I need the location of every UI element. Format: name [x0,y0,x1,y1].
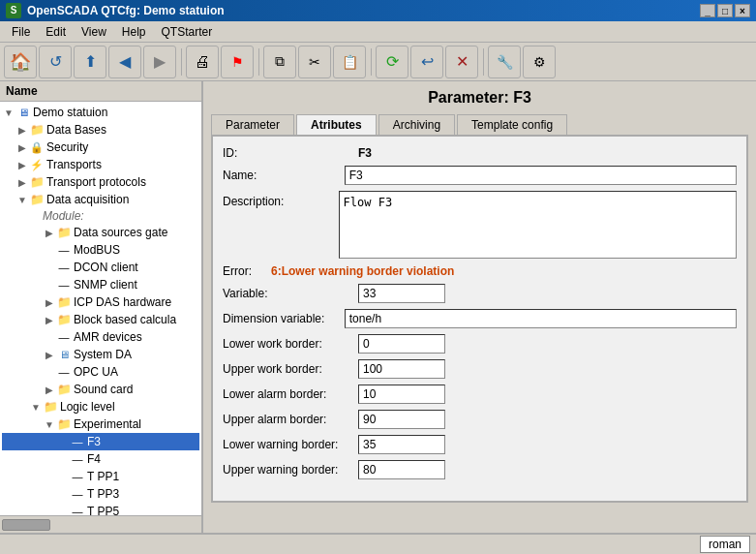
variable-row: Variable: [223,284,737,303]
id-label: ID: [223,146,358,160]
expander-transport-protocols[interactable]: ▶ [15,177,29,188]
upper-warning-label: Upper warning border: [223,463,358,477]
tree-item-f3[interactable]: — F3 [2,433,199,450]
expander-sound-card[interactable]: ▶ [43,385,56,395]
tree-item-data-bases[interactable]: ▶ 📁 Data Bases [2,121,199,138]
refresh-button[interactable]: ⟳ [376,46,408,78]
tree-item-f4[interactable]: — F4 [2,450,199,468]
upper-work-input[interactable] [358,359,445,379]
tree-item-snmp-client[interactable]: — SNMP client [2,276,199,293]
item-icon-opc-ua: — [56,364,72,380]
tree-item-sound-card[interactable]: ▶ 📁 Sound card [2,381,199,398]
error-label: Error: [223,264,271,278]
forward-button[interactable]: ▶ [143,46,176,78]
cut-button[interactable]: ✂ [298,46,331,78]
titlebar: S OpenSCADA QTCfg: Demo statuion _ □ × [0,0,756,21]
upper-warning-input[interactable] [358,460,445,479]
tree-container[interactable]: ▼ 🖥 Demo statuion ▶ 📁 Data Bases ▶ 🔒 Sec… [0,102,201,515]
menu-qtstarter[interactable]: QTStarter [154,23,221,41]
folder-icon-icp-das: 📁 [56,294,72,310]
system-da-icon: 🖥 [56,347,72,362]
expander-logic-level[interactable]: ▼ [29,402,43,413]
lower-alarm-input[interactable] [358,385,445,404]
expander-transports[interactable]: ▶ [15,160,29,170]
lower-warning-label: Lower warning border: [223,438,358,451]
lower-work-input[interactable] [358,334,445,354]
tree-item-t-pp3[interactable]: — T PP3 [2,485,199,503]
tool1-button[interactable]: 🔧 [488,46,521,78]
expander-data-acquisition[interactable]: ▼ [15,195,29,205]
description-textarea[interactable]: Flow F3 [339,191,737,259]
expander-demo-station[interactable]: ▼ [2,108,15,118]
flag-button[interactable]: ⚑ [221,46,254,78]
menu-help[interactable]: Help [114,23,154,41]
home-button[interactable]: 🏠 [4,46,37,78]
tree-item-block-based[interactable]: ▶ 📁 Block based calcula [2,311,199,328]
expander-experimental[interactable]: ▼ [43,419,56,430]
copy-button[interactable]: ⧉ [263,46,296,78]
dimension-label: Dimension variable: [223,312,345,325]
tree-item-icp-das[interactable]: ▶ 📁 ICP DAS hardware [2,293,199,311]
separator-4 [480,46,486,78]
minimize-button[interactable]: _ [700,4,715,17]
tree-item-data-sources-gate[interactable]: ▶ 📁 Data sources gate [2,224,199,241]
tree-item-system-da[interactable]: ▶ 🖥 System DA [2,346,199,363]
hscroll-thumb[interactable] [2,519,50,531]
undo-button[interactable]: ↩ [410,46,443,78]
label-system-da: System DA [74,348,132,361]
lower-warning-row: Lower warning border: [223,435,737,454]
tab-archiving[interactable]: Archiving [378,114,455,135]
tree-item-dcon-client[interactable]: — DCON client [2,259,199,276]
variable-input[interactable] [358,284,445,303]
name-input[interactable] [345,166,737,185]
close-window-button[interactable]: × [735,4,750,17]
label-logic-level: Logic level [60,400,115,414]
print-button[interactable]: 🖨 [186,46,219,78]
back-button[interactable]: ◀ [108,46,141,78]
paste-button[interactable]: 📋 [333,46,366,78]
tree-item-logic-level[interactable]: ▼ 📁 Logic level [2,398,199,416]
upper-alarm-input[interactable] [358,410,445,429]
transport-icon: ⚡ [29,157,45,172]
expander-system-da[interactable]: ▶ [43,350,56,360]
status-user: roman [700,536,750,553]
upper-alarm-label: Upper alarm border: [223,413,358,426]
expander-icp-das[interactable]: ▶ [43,297,56,308]
label-dcon-client: DCON client [74,261,138,274]
label-t-pp1: T PP1 [87,470,119,483]
tree-hscroll[interactable] [0,515,201,533]
tree-item-data-acquisition[interactable]: ▼ 📁 Data acquisition [2,191,199,208]
label-block-based: Block based calcula [74,313,176,326]
expander-block-based[interactable]: ▶ [43,315,56,325]
security-icon: 🔒 [29,139,45,155]
tree-item-experimental[interactable]: ▼ 📁 Experimental [2,416,199,433]
menu-view[interactable]: View [74,23,114,41]
folder-icon-transport-protocols: 📁 [29,174,45,190]
tab-atributes[interactable]: Atributes [296,114,377,135]
tree-item-t-pp5[interactable]: — T PP5 [2,503,199,515]
tab-parameter[interactable]: Parameter [211,114,294,135]
tab-template-config[interactable]: Template config [457,114,567,135]
tree-item-security[interactable]: ▶ 🔒 Security [2,138,199,156]
titlebar-controls: _ □ × [700,4,750,17]
tree-item-t-pp1[interactable]: — T PP1 [2,468,199,485]
menu-file[interactable]: File [4,23,38,41]
expander-data-sources-gate[interactable]: ▶ [43,228,56,238]
reload-button[interactable]: ↺ [39,46,72,78]
menu-edit[interactable]: Edit [38,23,74,41]
tree-item-transport-protocols[interactable]: ▶ 📁 Transport protocols [2,173,199,191]
up-button[interactable]: ⬆ [74,46,106,78]
expander-data-bases[interactable]: ▶ [15,125,29,136]
expander-security[interactable]: ▶ [15,142,29,153]
lower-warning-input[interactable] [358,435,445,454]
tree-item-amr-devices[interactable]: — AMR devices [2,328,199,346]
dimension-input[interactable] [345,309,737,328]
tree-item-demo-station[interactable]: ▼ 🖥 Demo statuion [2,104,199,121]
tree-item-transports[interactable]: ▶ ⚡ Transports [2,156,199,173]
maximize-button[interactable]: □ [717,4,733,17]
label-data-bases: Data Bases [46,123,106,137]
tree-item-opc-ua[interactable]: — OPC UA [2,363,199,381]
tree-item-modbus[interactable]: — ModBUS [2,241,199,259]
tool2-button[interactable]: ⚙ [523,46,556,78]
stop-button[interactable]: ✕ [445,46,478,78]
